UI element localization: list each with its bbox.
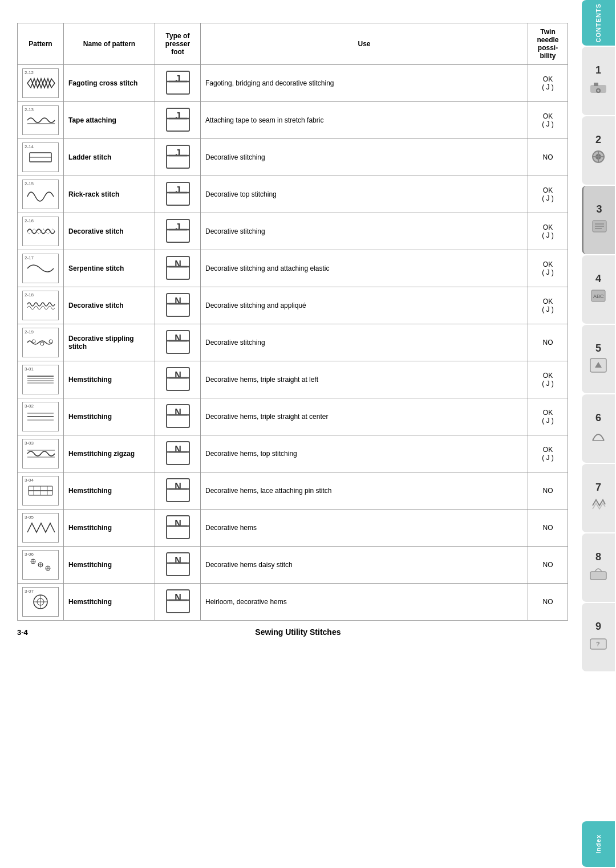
svg-text:N: N [175, 370, 181, 380]
sidebar-tab-1[interactable]: 1 [582, 47, 615, 115]
pattern-name-cell: Hemstitching [64, 398, 155, 435]
sidebar-tab-4[interactable]: 4 ABC [582, 255, 615, 324]
svg-text:N: N [175, 296, 181, 306]
presser-foot-cell: N [155, 435, 201, 472]
sidebar-tab-9[interactable]: 9 ? [582, 603, 615, 671]
tab-8-icon [587, 563, 609, 585]
sidebar-tab-contents[interactable]: CONTENTS [582, 0, 615, 46]
table-row: 2-13Tape attaching J Attaching tape to s… [18, 102, 568, 139]
tab-3-number: 3 [596, 203, 602, 215]
tab-7-number: 7 [595, 482, 601, 494]
table-row: 2-17Serpentine stitch N Decorative stitc… [18, 250, 568, 287]
sidebar-tab-2[interactable]: 2 [582, 116, 615, 185]
pattern-name-cell: Hemstitching [64, 472, 155, 510]
use-cell: Attaching tape to seam in stretch fabric [201, 102, 528, 139]
svg-point-52 [32, 340, 35, 343]
twin-needle-cell: NO [528, 139, 568, 176]
presser-foot-cell: J [155, 213, 201, 250]
pattern-cell: 2-12 [18, 65, 64, 102]
use-cell: Decorative stitching [201, 139, 528, 176]
twin-needle-cell: NO [528, 510, 568, 547]
tab-2-icon [587, 146, 609, 168]
sidebar-tab-index[interactable]: Index [582, 821, 615, 867]
index-label: Index [595, 834, 602, 854]
use-cell: Heirloom, decorative hems [201, 584, 528, 621]
svg-text:J: J [175, 111, 180, 121]
twin-needle-cell: NO [528, 584, 568, 621]
use-cell: Decorative hems, triple straight at cent… [201, 398, 528, 435]
use-cell: Decorative hems [201, 510, 528, 547]
svg-text:N: N [175, 556, 181, 565]
pattern-name-cell: Decorative stitch [64, 287, 155, 324]
table-row: 3-07Hemstitching N Heirloom, decorative … [18, 584, 568, 621]
header-twin: Twinneedlepossi-bility [528, 23, 568, 65]
pattern-cell: 3-06 [18, 547, 64, 584]
table-row: 3-03Hemstitching zigzag N Decorative hem… [18, 435, 568, 472]
twin-needle-cell: NO [528, 324, 568, 361]
page-number: 3-4 [17, 628, 28, 637]
svg-text:N: N [175, 407, 181, 417]
pattern-cell: 3-01 [18, 361, 64, 398]
twin-needle-cell: OK( J ) [528, 102, 568, 139]
pattern-cell: 2-17 [18, 250, 64, 287]
svg-text:J: J [175, 185, 180, 195]
pattern-cell: 2-19 [18, 324, 64, 361]
pattern-name-cell: Hemstitching [64, 361, 155, 398]
presser-foot-cell: J [155, 176, 201, 213]
svg-point-3 [597, 89, 599, 92]
presser-foot-cell: J [155, 102, 201, 139]
use-cell: Decorative hems, lace attaching pin stit… [201, 472, 528, 510]
use-cell: Decorative stitching and attaching elast… [201, 250, 528, 287]
pattern-cell: 2-18 [18, 287, 64, 324]
tab-3-icon [589, 215, 610, 237]
pattern-name-cell: Fagoting cross stitch [64, 65, 155, 102]
pattern-name-cell: Hemstitching [64, 584, 155, 621]
header-pattern: Pattern [18, 23, 64, 65]
svg-text:N: N [175, 519, 181, 528]
table-row: 3-01Hemstitching N Decorative hems, trip… [18, 361, 568, 398]
sidebar-tab-6[interactable]: 6 [582, 394, 615, 463]
sidebar-tab-7[interactable]: 7 [582, 464, 615, 532]
table-row: 3-02Hemstitching N Decorative hems, trip… [18, 398, 568, 435]
presser-foot-cell: N [155, 510, 201, 547]
pattern-cell: 3-07 [18, 584, 64, 621]
twin-needle-cell: OK( J ) [528, 287, 568, 324]
pattern-cell: 3-03 [18, 435, 64, 472]
main-content: Pattern Name of pattern Type ofpresserfo… [0, 0, 579, 648]
twin-needle-cell: OK( J ) [528, 250, 568, 287]
svg-text:?: ? [596, 641, 600, 647]
pattern-cell: 2-13 [18, 102, 64, 139]
twin-needle-cell: OK( J ) [528, 398, 568, 435]
pattern-name-cell: Hemstitching [64, 547, 155, 584]
tab-5-icon [587, 354, 609, 376]
svg-text:N: N [175, 593, 181, 602]
use-cell: Decorative stitching and appliqué [201, 287, 528, 324]
use-cell: Decorative stitching [201, 324, 528, 361]
sidebar-tab-8[interactable]: 8 [582, 533, 615, 602]
header-name: Name of pattern [64, 23, 155, 65]
svg-text:N: N [175, 259, 181, 269]
presser-foot-cell: J [155, 65, 201, 102]
tab-9-number: 9 [595, 621, 601, 633]
tab-6-number: 6 [595, 412, 601, 424]
svg-text:J: J [175, 222, 180, 232]
contents-label: CONTENTS [595, 3, 602, 43]
svg-point-53 [40, 342, 44, 345]
footer-title: Sewing Utility Stitches [255, 627, 341, 637]
twin-needle-cell: OK( J ) [528, 176, 568, 213]
twin-needle-cell: OK( J ) [528, 361, 568, 398]
header-type: Type ofpresserfoot [155, 23, 201, 65]
sidebar-tab-3[interactable]: 3 [582, 186, 615, 254]
tab-2-number: 2 [595, 134, 601, 146]
presser-foot-cell: N [155, 584, 201, 621]
tab-1-number: 1 [595, 64, 601, 76]
svg-text:J: J [175, 74, 180, 84]
svg-point-54 [49, 340, 52, 343]
sidebar-tab-5[interactable]: 5 [582, 325, 615, 393]
pattern-cell: 3-04 [18, 472, 64, 510]
presser-foot-cell: N [155, 324, 201, 361]
table-row: 3-06Hemstitching N Decorative hems daisy… [18, 547, 568, 584]
footer: 3-4 Sewing Utility Stitches [17, 627, 568, 637]
pattern-name-cell: Ladder stitch [64, 139, 155, 176]
presser-foot-cell: N [155, 472, 201, 510]
